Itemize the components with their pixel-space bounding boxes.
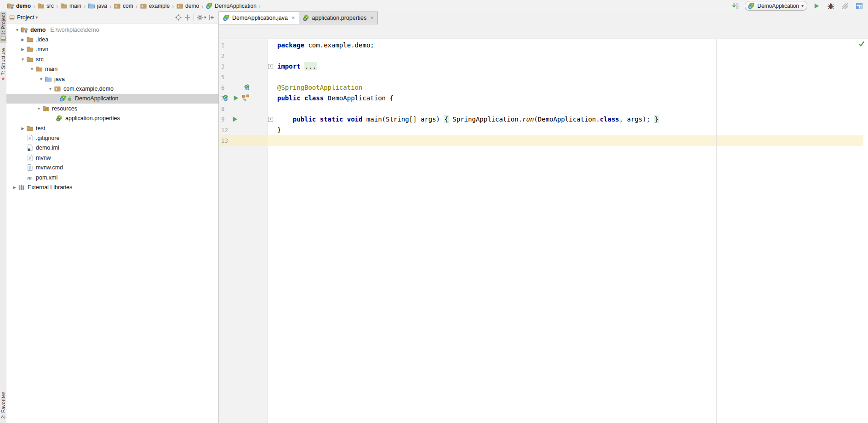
collapse-arrow-icon[interactable]: ▼ bbox=[38, 77, 45, 81]
tree-item-mvnw.cmd[interactable]: mvnw.cmd bbox=[6, 162, 218, 172]
code-line-9[interactable]: 9+ public static void main(String[] args… bbox=[219, 114, 863, 125]
debug-button[interactable] bbox=[826, 1, 836, 11]
tree-item-application.properties[interactable]: application.properties bbox=[6, 114, 218, 123]
breadcrumb-item-main[interactable]: main bbox=[59, 2, 83, 10]
tree-item-resources[interactable]: ▼resources bbox=[6, 104, 218, 113]
tree-item-test[interactable]: ▶test bbox=[6, 123, 218, 133]
fold-marker[interactable]: + bbox=[268, 64, 273, 69]
breadcrumb-item-DemoApplication[interactable]: cDemoApplication bbox=[204, 2, 258, 10]
tree-item-.mvn[interactable]: ▶.mvn bbox=[6, 45, 218, 54]
expand-arrow-icon[interactable]: ▶ bbox=[19, 126, 26, 131]
folder-icon bbox=[26, 46, 34, 53]
code-line-5[interactable]: 5 bbox=[219, 72, 863, 82]
scroll-source-button[interactable] bbox=[183, 13, 192, 22]
collapse-arrow-icon[interactable]: ▼ bbox=[47, 87, 54, 91]
tree-item-pom.xml[interactable]: mpom.xml bbox=[6, 173, 218, 182]
svg-text:c: c bbox=[246, 87, 248, 90]
tree-item-label: java bbox=[54, 76, 65, 82]
collapse-arrow-icon[interactable]: ▼ bbox=[29, 67, 35, 71]
tree-item-label: demo.iml bbox=[36, 145, 59, 151]
red-dot-icon bbox=[0, 76, 6, 81]
tree-item-src[interactable]: ▼src bbox=[6, 54, 218, 64]
breadcrumb-separator: › bbox=[135, 1, 138, 11]
run-configuration-select[interactable]: cDemoApplication▾ bbox=[745, 1, 807, 11]
collapse-arrow-icon[interactable]: ▼ bbox=[19, 57, 26, 62]
tree-item-com.example.demo[interactable]: ▼com.example.demo bbox=[6, 84, 218, 93]
vcs-update-button[interactable]: 011001 bbox=[731, 1, 741, 11]
tree-item-demo[interactable]: ▼demoE:\workplace\demo bbox=[6, 25, 218, 35]
folder-icon bbox=[26, 125, 34, 132]
aim-button[interactable] bbox=[174, 13, 183, 22]
code-line-7[interactable]: 7public class DemoApplication {c bbox=[219, 93, 863, 104]
breadcrumb-label: com bbox=[123, 3, 133, 9]
tree-item-label: mvnw.cmd bbox=[36, 164, 63, 171]
tree-item-label: test bbox=[36, 125, 45, 132]
lock-icon bbox=[67, 96, 73, 101]
close-tab-icon[interactable]: × bbox=[291, 16, 295, 20]
code-line-1[interactable]: 1package com.example.demo; bbox=[219, 40, 863, 51]
editor-tab-demoapplication.java[interactable]: cDemoApplication.java× bbox=[219, 12, 299, 24]
expand-arrow-icon[interactable]: ▶ bbox=[19, 47, 26, 52]
project-view-dropdown-arrow[interactable]: ▾ bbox=[35, 15, 38, 20]
tree-item-mvnw[interactable]: mvnw bbox=[6, 153, 218, 162]
chevron-down-icon: ▾ bbox=[801, 3, 804, 8]
tree-item-demo.iml[interactable]: demo.iml bbox=[6, 143, 218, 153]
collapse-arrow-icon[interactable]: ▼ bbox=[35, 106, 42, 111]
breadcrumb-item-java[interactable]: java bbox=[86, 2, 108, 10]
tree-item-label: pom.xml bbox=[36, 174, 57, 181]
svg-text:m: m bbox=[27, 174, 32, 181]
run-triangle-icon bbox=[813, 2, 820, 10]
code-line-6[interactable]: 6@SpringBootApplicationc bbox=[219, 82, 863, 93]
breadcrumb-item-src[interactable]: src bbox=[36, 2, 55, 10]
project-panel-title: Project bbox=[17, 14, 34, 21]
run-button[interactable] bbox=[811, 1, 822, 11]
tree-item-external-libraries[interactable]: ▶External Libraries bbox=[6, 182, 218, 192]
expand-arrow-icon[interactable]: ▶ bbox=[11, 185, 18, 190]
hide-button[interactable] bbox=[207, 13, 217, 22]
code-line-12[interactable]: 12} bbox=[219, 125, 863, 135]
collapse-arrow-icon[interactable]: ▼ bbox=[14, 28, 21, 32]
svg-text:c: c bbox=[61, 98, 63, 102]
text-file-icon bbox=[26, 164, 34, 171]
coverage-button[interactable] bbox=[840, 1, 850, 11]
tree-item-main[interactable]: ▼main bbox=[6, 64, 218, 74]
layout-button[interactable] bbox=[854, 1, 864, 11]
line-number: 1 bbox=[219, 40, 268, 51]
close-tab-icon[interactable]: × bbox=[370, 16, 374, 20]
tree-item-java[interactable]: ▼java bbox=[6, 74, 218, 84]
tree-item-path: E:\workplace\demo bbox=[50, 27, 99, 33]
resources-folder-icon bbox=[42, 105, 50, 112]
breadcrumb-label: DemoApplication bbox=[215, 3, 257, 9]
tool-strip-label: 1: Project bbox=[0, 13, 6, 35]
breadcrumb-item-example[interactable]: example bbox=[138, 2, 171, 10]
tree-item-.idea[interactable]: ▶.idea bbox=[6, 35, 218, 44]
code-editor[interactable]: 1package com.example.demo;23+import ...5… bbox=[219, 39, 868, 423]
run-triangle-icon[interactable] bbox=[232, 94, 240, 102]
editor-tab-application.properties[interactable]: application.properties× bbox=[299, 12, 378, 24]
breadcrumb-item-com[interactable]: com bbox=[112, 2, 135, 10]
right-margin-guide bbox=[716, 39, 717, 423]
tree-item-.gitignore[interactable]: .gitignore bbox=[6, 133, 218, 143]
tool-strip-button-project[interactable]: 1: Project bbox=[0, 12, 6, 43]
breadcrumb-item-demo[interactable]: demo bbox=[6, 2, 32, 10]
tree-item-label: mvnw bbox=[36, 155, 51, 161]
expand-arrow-icon[interactable]: ▶ bbox=[19, 37, 26, 42]
code-line-13[interactable]: 13 bbox=[219, 135, 863, 146]
run-configuration-label: DemoApplication bbox=[757, 3, 799, 9]
code-line-2[interactable]: 2 bbox=[219, 51, 863, 61]
folder-icon bbox=[35, 65, 43, 73]
hide-icon bbox=[208, 14, 216, 21]
line-number: 2 bbox=[219, 51, 268, 61]
gear-button[interactable]: ▾ bbox=[195, 13, 207, 22]
tree-item-demoapplication[interactable]: cDemoApplication bbox=[6, 94, 218, 104]
tool-strip-button-structure[interactable]: 7: Structure bbox=[0, 46, 6, 83]
breadcrumb-label: demo bbox=[185, 3, 199, 9]
fold-marker[interactable]: + bbox=[268, 117, 273, 122]
tool-strip-button-favorites[interactable]: 2: Favorites bbox=[0, 390, 6, 420]
header-divider bbox=[194, 14, 194, 21]
code-line-3[interactable]: 3+import ... bbox=[219, 61, 863, 72]
breadcrumb-item-demo[interactable]: demo bbox=[175, 2, 200, 10]
code-line-8[interactable]: 8 bbox=[219, 104, 863, 114]
spring-properties-icon bbox=[303, 14, 310, 22]
run-triangle-icon[interactable] bbox=[231, 116, 239, 123]
